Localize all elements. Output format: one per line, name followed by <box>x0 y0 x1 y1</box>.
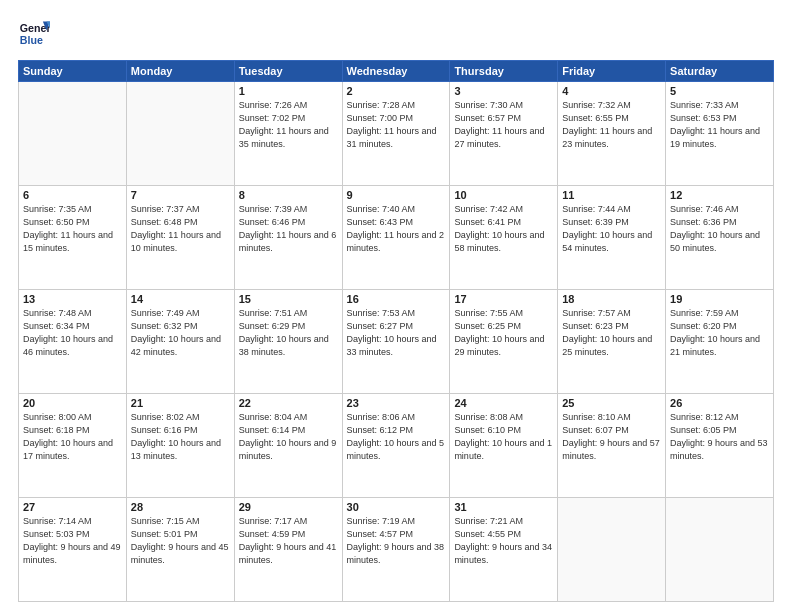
weekday-header: Tuesday <box>234 61 342 82</box>
day-detail: Sunrise: 7:35 AM Sunset: 6:50 PM Dayligh… <box>23 203 122 255</box>
day-detail: Sunrise: 7:32 AM Sunset: 6:55 PM Dayligh… <box>562 99 661 151</box>
calendar-cell: 10Sunrise: 7:42 AM Sunset: 6:41 PM Dayli… <box>450 186 558 290</box>
day-detail: Sunrise: 8:08 AM Sunset: 6:10 PM Dayligh… <box>454 411 553 463</box>
calendar-cell: 8Sunrise: 7:39 AM Sunset: 6:46 PM Daylig… <box>234 186 342 290</box>
day-number: 6 <box>23 189 122 201</box>
day-detail: Sunrise: 7:40 AM Sunset: 6:43 PM Dayligh… <box>347 203 446 255</box>
calendar-table: SundayMondayTuesdayWednesdayThursdayFrid… <box>18 60 774 602</box>
day-detail: Sunrise: 7:28 AM Sunset: 7:00 PM Dayligh… <box>347 99 446 151</box>
day-detail: Sunrise: 8:06 AM Sunset: 6:12 PM Dayligh… <box>347 411 446 463</box>
day-number: 26 <box>670 397 769 409</box>
calendar-week-row: 27Sunrise: 7:14 AM Sunset: 5:03 PM Dayli… <box>19 498 774 602</box>
day-detail: Sunrise: 7:19 AM Sunset: 4:57 PM Dayligh… <box>347 515 446 567</box>
day-number: 25 <box>562 397 661 409</box>
calendar-cell: 29Sunrise: 7:17 AM Sunset: 4:59 PM Dayli… <box>234 498 342 602</box>
day-number: 22 <box>239 397 338 409</box>
calendar-cell: 9Sunrise: 7:40 AM Sunset: 6:43 PM Daylig… <box>342 186 450 290</box>
weekday-header: Saturday <box>666 61 774 82</box>
calendar-cell: 4Sunrise: 7:32 AM Sunset: 6:55 PM Daylig… <box>558 82 666 186</box>
calendar-cell: 12Sunrise: 7:46 AM Sunset: 6:36 PM Dayli… <box>666 186 774 290</box>
calendar-week-row: 20Sunrise: 8:00 AM Sunset: 6:18 PM Dayli… <box>19 394 774 498</box>
calendar-cell: 20Sunrise: 8:00 AM Sunset: 6:18 PM Dayli… <box>19 394 127 498</box>
calendar-cell: 7Sunrise: 7:37 AM Sunset: 6:48 PM Daylig… <box>126 186 234 290</box>
day-number: 16 <box>347 293 446 305</box>
day-detail: Sunrise: 7:17 AM Sunset: 4:59 PM Dayligh… <box>239 515 338 567</box>
day-detail: Sunrise: 7:15 AM Sunset: 5:01 PM Dayligh… <box>131 515 230 567</box>
weekday-header: Thursday <box>450 61 558 82</box>
day-number: 29 <box>239 501 338 513</box>
day-detail: Sunrise: 7:37 AM Sunset: 6:48 PM Dayligh… <box>131 203 230 255</box>
calendar-cell: 1Sunrise: 7:26 AM Sunset: 7:02 PM Daylig… <box>234 82 342 186</box>
day-detail: Sunrise: 7:46 AM Sunset: 6:36 PM Dayligh… <box>670 203 769 255</box>
day-number: 20 <box>23 397 122 409</box>
day-number: 9 <box>347 189 446 201</box>
calendar-cell <box>126 82 234 186</box>
day-number: 3 <box>454 85 553 97</box>
day-detail: Sunrise: 7:49 AM Sunset: 6:32 PM Dayligh… <box>131 307 230 359</box>
calendar-cell: 25Sunrise: 8:10 AM Sunset: 6:07 PM Dayli… <box>558 394 666 498</box>
weekday-header-row: SundayMondayTuesdayWednesdayThursdayFrid… <box>19 61 774 82</box>
day-detail: Sunrise: 8:04 AM Sunset: 6:14 PM Dayligh… <box>239 411 338 463</box>
day-number: 13 <box>23 293 122 305</box>
calendar-cell: 23Sunrise: 8:06 AM Sunset: 6:12 PM Dayli… <box>342 394 450 498</box>
calendar-cell: 30Sunrise: 7:19 AM Sunset: 4:57 PM Dayli… <box>342 498 450 602</box>
day-number: 31 <box>454 501 553 513</box>
day-number: 12 <box>670 189 769 201</box>
day-detail: Sunrise: 7:53 AM Sunset: 6:27 PM Dayligh… <box>347 307 446 359</box>
calendar-cell: 6Sunrise: 7:35 AM Sunset: 6:50 PM Daylig… <box>19 186 127 290</box>
day-number: 1 <box>239 85 338 97</box>
day-number: 7 <box>131 189 230 201</box>
calendar-cell <box>19 82 127 186</box>
calendar-cell <box>558 498 666 602</box>
calendar-cell: 22Sunrise: 8:04 AM Sunset: 6:14 PM Dayli… <box>234 394 342 498</box>
calendar-cell <box>666 498 774 602</box>
day-number: 2 <box>347 85 446 97</box>
day-detail: Sunrise: 7:55 AM Sunset: 6:25 PM Dayligh… <box>454 307 553 359</box>
svg-text:Blue: Blue <box>20 34 43 46</box>
day-number: 30 <box>347 501 446 513</box>
day-detail: Sunrise: 7:57 AM Sunset: 6:23 PM Dayligh… <box>562 307 661 359</box>
day-detail: Sunrise: 8:12 AM Sunset: 6:05 PM Dayligh… <box>670 411 769 463</box>
calendar-cell: 28Sunrise: 7:15 AM Sunset: 5:01 PM Dayli… <box>126 498 234 602</box>
calendar-cell: 21Sunrise: 8:02 AM Sunset: 6:16 PM Dayli… <box>126 394 234 498</box>
day-detail: Sunrise: 7:44 AM Sunset: 6:39 PM Dayligh… <box>562 203 661 255</box>
calendar-cell: 18Sunrise: 7:57 AM Sunset: 6:23 PM Dayli… <box>558 290 666 394</box>
calendar-cell: 15Sunrise: 7:51 AM Sunset: 6:29 PM Dayli… <box>234 290 342 394</box>
calendar-cell: 26Sunrise: 8:12 AM Sunset: 6:05 PM Dayli… <box>666 394 774 498</box>
day-detail: Sunrise: 8:02 AM Sunset: 6:16 PM Dayligh… <box>131 411 230 463</box>
calendar-cell: 27Sunrise: 7:14 AM Sunset: 5:03 PM Dayli… <box>19 498 127 602</box>
day-number: 14 <box>131 293 230 305</box>
calendar-week-row: 6Sunrise: 7:35 AM Sunset: 6:50 PM Daylig… <box>19 186 774 290</box>
day-detail: Sunrise: 7:14 AM Sunset: 5:03 PM Dayligh… <box>23 515 122 567</box>
logo: General Blue <box>18 18 54 50</box>
calendar-cell: 14Sunrise: 7:49 AM Sunset: 6:32 PM Dayli… <box>126 290 234 394</box>
weekday-header: Monday <box>126 61 234 82</box>
day-number: 15 <box>239 293 338 305</box>
day-detail: Sunrise: 8:10 AM Sunset: 6:07 PM Dayligh… <box>562 411 661 463</box>
day-number: 8 <box>239 189 338 201</box>
day-number: 17 <box>454 293 553 305</box>
day-number: 10 <box>454 189 553 201</box>
day-number: 4 <box>562 85 661 97</box>
calendar-cell: 17Sunrise: 7:55 AM Sunset: 6:25 PM Dayli… <box>450 290 558 394</box>
day-detail: Sunrise: 7:30 AM Sunset: 6:57 PM Dayligh… <box>454 99 553 151</box>
day-number: 24 <box>454 397 553 409</box>
day-detail: Sunrise: 7:48 AM Sunset: 6:34 PM Dayligh… <box>23 307 122 359</box>
day-number: 28 <box>131 501 230 513</box>
day-number: 23 <box>347 397 446 409</box>
day-detail: Sunrise: 7:59 AM Sunset: 6:20 PM Dayligh… <box>670 307 769 359</box>
day-number: 11 <box>562 189 661 201</box>
day-number: 19 <box>670 293 769 305</box>
calendar-cell: 11Sunrise: 7:44 AM Sunset: 6:39 PM Dayli… <box>558 186 666 290</box>
calendar-cell: 24Sunrise: 8:08 AM Sunset: 6:10 PM Dayli… <box>450 394 558 498</box>
calendar-cell: 16Sunrise: 7:53 AM Sunset: 6:27 PM Dayli… <box>342 290 450 394</box>
header: General Blue <box>18 18 774 50</box>
day-detail: Sunrise: 7:21 AM Sunset: 4:55 PM Dayligh… <box>454 515 553 567</box>
day-detail: Sunrise: 7:26 AM Sunset: 7:02 PM Dayligh… <box>239 99 338 151</box>
day-number: 5 <box>670 85 769 97</box>
calendar-cell: 2Sunrise: 7:28 AM Sunset: 7:00 PM Daylig… <box>342 82 450 186</box>
calendar-week-row: 13Sunrise: 7:48 AM Sunset: 6:34 PM Dayli… <box>19 290 774 394</box>
calendar-cell: 5Sunrise: 7:33 AM Sunset: 6:53 PM Daylig… <box>666 82 774 186</box>
calendar-cell: 3Sunrise: 7:30 AM Sunset: 6:57 PM Daylig… <box>450 82 558 186</box>
day-detail: Sunrise: 7:39 AM Sunset: 6:46 PM Dayligh… <box>239 203 338 255</box>
